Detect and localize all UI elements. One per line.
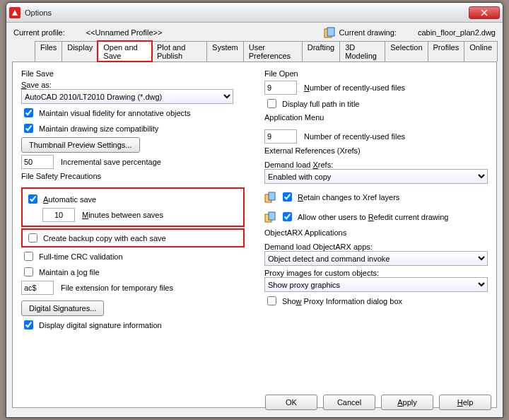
save-as-select[interactable]: AutoCAD 2010/LT2010 Drawing (*.dwg): [21, 89, 233, 104]
apply-button[interactable]: Apply: [381, 395, 433, 410]
highlight-auto-save: Automatic save Minutes between saves: [21, 187, 245, 227]
display-full-path-checkbox[interactable]: Display full path in title: [264, 97, 488, 110]
svg-rect-5: [269, 212, 275, 220]
tab-open-and-save[interactable]: Open and Save: [98, 41, 152, 62]
tab-online[interactable]: Online: [464, 41, 498, 62]
highlight-backup: Create backup copy with each save: [21, 228, 245, 247]
app-menu-recent-input[interactable]: [264, 129, 297, 144]
profile-row: Current profile: <<Unnamed Profile>> Cur…: [6, 23, 503, 40]
file-open-title: File Open: [264, 69, 488, 78]
cancel-button[interactable]: Cancel: [323, 395, 375, 410]
demand-load-xrefs-select[interactable]: Enabled with copy: [264, 169, 488, 184]
proxy-images-select[interactable]: Show proxy graphics: [264, 277, 488, 292]
app-menu-title: Application Menu: [264, 113, 324, 122]
demand-load-xrefs-label: Demand load Xrefs:: [264, 161, 488, 169]
tab-display[interactable]: Display: [62, 41, 98, 62]
thumbnail-preview-button[interactable]: Thumbnail Preview Settings...: [21, 137, 140, 153]
incremental-save-input[interactable]: [21, 155, 54, 169]
digital-signatures-button[interactable]: Digital Signatures...: [21, 301, 104, 316]
app-menu-group: Application Menu Number of recently-used…: [264, 123, 488, 144]
left-column: File Save Save as: AutoCAD 2010/LT2010 D…: [21, 69, 245, 334]
current-drawing-label: Current drawing:: [339, 28, 397, 37]
objectarx-group: ObjectARX Applications Demand load Objec…: [264, 238, 488, 308]
file-open-recent-input[interactable]: [264, 81, 297, 95]
xref-icon: [264, 211, 276, 223]
options-dialog: Options Current profile: <<Unnamed Profi…: [6, 2, 503, 418]
minutes-between-saves-label: Minutes between saves: [82, 211, 163, 219]
xref-icon: [264, 192, 276, 203]
file-open-group: File Open Number of recently-used files …: [264, 69, 488, 110]
dialog-buttons: OK Cancel Apply Help: [265, 395, 491, 410]
show-proxy-dialog-checkbox[interactable]: Show Proxy Information dialog box: [264, 294, 488, 308]
maintain-log-checkbox[interactable]: Maintain a log file: [21, 265, 245, 279]
current-profile-label: Current profile:: [13, 28, 65, 37]
svg-rect-1: [327, 28, 334, 36]
app-menu-recent-label: Number of recently-used files: [304, 132, 405, 141]
save-as-label: Save as:: [21, 81, 245, 89]
file-save-group: File Save Save as: AutoCAD 2010/LT2010 D…: [21, 69, 245, 169]
maintain-size-checkbox[interactable]: Maintain drawing size compatibility: [21, 122, 245, 135]
incremental-save-label: Incremental save percentage: [61, 158, 161, 166]
retain-xref-checkbox[interactable]: Retain changes to Xref layers: [280, 190, 399, 204]
xrefs-title: External References (Xrefs): [264, 146, 361, 155]
file-safety-group: File Safety Precautions Automatic save M…: [21, 182, 245, 332]
demand-load-arx-label: Demand load ObjectARX apps:: [264, 243, 488, 251]
tab-selection[interactable]: Selection: [385, 41, 428, 62]
tab-system[interactable]: System: [206, 41, 244, 62]
tab-user-preferences[interactable]: User Preferences: [243, 41, 303, 62]
crc-validation-checkbox[interactable]: Full-time CRC validation: [21, 250, 245, 263]
tab-profiles[interactable]: Profiles: [428, 41, 465, 62]
drawing-icon: [324, 27, 335, 38]
tab-strip: Files Display Open and Save Plot and Pub…: [35, 41, 497, 62]
temp-file-ext-label: File extension for temporary files: [61, 284, 173, 292]
create-backup-checkbox[interactable]: Create backup copy with each save: [25, 231, 240, 245]
tab-3d-modeling[interactable]: 3D Modeling: [339, 41, 385, 62]
demand-load-arx-select[interactable]: Object detect and command invoke: [264, 251, 488, 266]
app-icon: [9, 7, 21, 18]
proxy-images-label: Proxy images for custom objects:: [264, 269, 488, 277]
objectarx-title: ObjectARX Applications: [264, 228, 346, 237]
help-button[interactable]: Help: [439, 395, 491, 410]
tab-files[interactable]: Files: [35, 41, 62, 62]
right-column: File Open Number of recently-used files …: [264, 69, 488, 334]
titlebar[interactable]: Options: [6, 3, 503, 23]
allow-refedit-checkbox[interactable]: Allow other users to Refedit current dra…: [280, 210, 448, 223]
maintain-visual-checkbox[interactable]: Maintain visual fidelity for annotative …: [21, 106, 245, 119]
file-safety-title: File Safety Precautions: [21, 172, 101, 180]
automatic-save-checkbox[interactable]: Automatic save: [25, 192, 240, 206]
tab-plot-publish[interactable]: Plot and Publish: [151, 41, 207, 62]
current-profile-value: <<Unnamed Profile>>: [86, 28, 163, 37]
temp-file-ext-input[interactable]: [21, 281, 54, 295]
tab-panel: File Save Save as: AutoCAD 2010/LT2010 D…: [12, 62, 497, 408]
minutes-between-saves-input[interactable]: [42, 208, 75, 222]
file-save-title: File Save: [21, 69, 245, 78]
ok-button[interactable]: OK: [265, 395, 317, 410]
xrefs-group: External References (Xrefs) Demand load …: [264, 156, 488, 226]
display-signature-checkbox[interactable]: Display digital signature information: [21, 318, 245, 332]
svg-rect-3: [269, 192, 275, 200]
close-button[interactable]: [469, 6, 500, 19]
file-open-recent-label: Number of recently-used files: [304, 83, 405, 92]
current-drawing-value: cabin_floor_plan2.dwg: [418, 28, 496, 37]
tab-drafting[interactable]: Drafting: [302, 41, 341, 62]
window-title: Options: [25, 8, 469, 17]
